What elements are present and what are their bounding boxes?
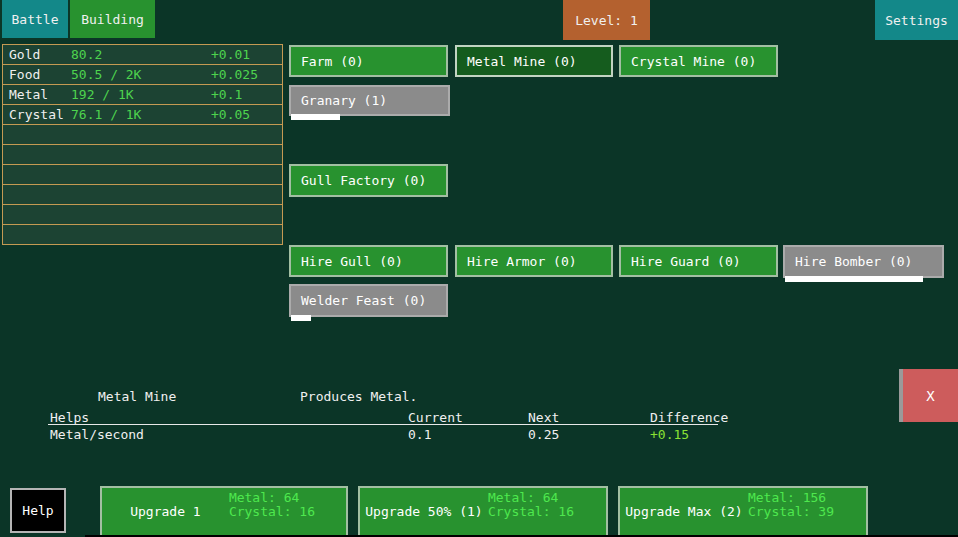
info-header-current: Current [408, 410, 463, 425]
crystal-cost: Crystal: 16 [229, 504, 315, 519]
hire-button-bomber[interactable]: Hire Bomber (0) [783, 245, 944, 278]
building-button-crystal-mine[interactable]: Crystal Mine (0) [619, 45, 778, 77]
info-header-underline [48, 424, 718, 425]
resource-table: Gold 80.2 +0.01 Food 50.5 / 2K +0.025 Me… [2, 44, 283, 245]
info-header-difference: Difference [650, 410, 728, 425]
hire-button-armor[interactable]: Hire Armor (0) [455, 245, 613, 277]
building-button-label: Metal Mine (0) [467, 54, 577, 69]
metal-cost: Metal: 64 [229, 490, 299, 505]
hire-button-label: Hire Gull (0) [301, 254, 403, 269]
resource-value: 50.5 / 2K [71, 67, 211, 82]
resource-value: 76.1 / 1K [71, 107, 211, 122]
resource-row-empty [3, 225, 282, 244]
tab-building[interactable]: Building [70, 0, 155, 38]
building-button-gull-factory[interactable]: Gull Factory (0) [289, 164, 448, 197]
welder-feast-progress-bar [291, 315, 311, 321]
resource-rate: +0.01 [211, 47, 250, 62]
resource-rate: +0.025 [211, 67, 258, 82]
upgrade-1-button[interactable]: Upgrade 1 Metal: 64 Crystal: 16 [100, 486, 348, 537]
metal-cost: Metal: 64 [488, 490, 558, 505]
upgrade-button-costs: Metal: 156 Crystal: 39 [748, 488, 834, 535]
upgrade-button-costs: Metal: 64 Crystal: 16 [488, 488, 574, 535]
close-button[interactable]: X [899, 369, 958, 422]
info-row-current: 0.1 [408, 427, 431, 442]
tab-battle[interactable]: Battle [2, 0, 68, 38]
resource-name: Gold [3, 47, 71, 62]
upgrade-button-label: Upgrade 1 [102, 488, 229, 535]
hire-button-guard[interactable]: Hire Guard (0) [619, 245, 778, 277]
help-button[interactable]: Help [10, 488, 66, 533]
resource-row-empty [3, 145, 282, 165]
hire-button-label: Hire Armor (0) [467, 254, 577, 269]
settings-label: Settings [885, 13, 948, 28]
resource-row-food: Food 50.5 / 2K +0.025 [3, 65, 282, 85]
resource-row-empty [3, 165, 282, 185]
info-row-difference: +0.15 [650, 427, 689, 442]
building-button-farm[interactable]: Farm (0) [289, 45, 448, 77]
resource-name: Metal [3, 87, 71, 102]
upgrade-50pct-button[interactable]: Upgrade 50% (1) Metal: 64 Crystal: 16 [358, 486, 608, 537]
resource-row-empty [3, 125, 282, 145]
info-panel-description: Produces Metal. [300, 389, 417, 404]
building-button-granary[interactable]: Granary (1) [289, 85, 450, 116]
upgrade-button-label: Upgrade 50% (1) [360, 488, 488, 535]
level-label: Level: 1 [575, 13, 638, 28]
tab-building-label: Building [81, 12, 144, 27]
level-indicator: Level: 1 [563, 0, 650, 40]
resource-row-empty [3, 205, 282, 225]
resource-name: Crystal [3, 107, 71, 122]
hire-button-label: Hire Bomber (0) [795, 254, 912, 269]
upgrade-button-costs: Metal: 64 Crystal: 16 [229, 488, 315, 535]
info-header-next: Next [528, 410, 559, 425]
building-button-metal-mine[interactable]: Metal Mine (0) [455, 45, 613, 77]
resource-row-crystal: Crystal 76.1 / 1K +0.05 [3, 105, 282, 125]
resource-rate: +0.1 [211, 87, 242, 102]
info-panel-title: Metal Mine [98, 389, 176, 404]
building-button-label: Crystal Mine (0) [631, 54, 756, 69]
settings-button[interactable]: Settings [875, 0, 958, 40]
hire-button-label: Hire Guard (0) [631, 254, 741, 269]
help-button-label: Help [22, 503, 53, 518]
resource-name: Food [3, 67, 71, 82]
building-button-label: Granary (1) [301, 93, 387, 108]
info-row-next: 0.25 [528, 427, 559, 442]
bomber-progress-bar [785, 276, 923, 282]
granary-progress-bar [291, 114, 340, 120]
hire-button-gull[interactable]: Hire Gull (0) [289, 245, 448, 277]
crystal-cost: Crystal: 39 [748, 504, 834, 519]
metal-cost: Metal: 156 [748, 490, 826, 505]
tab-battle-label: Battle [12, 12, 59, 27]
upgrade-max-button[interactable]: Upgrade Max (2) Metal: 156 Crystal: 39 [618, 486, 868, 537]
close-icon: X [926, 388, 934, 404]
resource-row-empty [3, 185, 282, 205]
resource-rate: +0.05 [211, 107, 250, 122]
crystal-cost: Crystal: 16 [488, 504, 574, 519]
resource-row-gold: Gold 80.2 +0.01 [3, 45, 282, 65]
resource-value: 192 / 1K [71, 87, 211, 102]
building-button-label: Gull Factory (0) [301, 173, 426, 188]
resource-row-metal: Metal 192 / 1K +0.1 [3, 85, 282, 105]
button-welder-feast[interactable]: Welder Feast (0) [289, 284, 448, 317]
resource-value: 80.2 [71, 47, 211, 62]
info-row-name: Metal/second [50, 427, 144, 442]
info-header-helps: Helps [50, 410, 89, 425]
button-welder-feast-label: Welder Feast (0) [301, 293, 426, 308]
building-button-label: Farm (0) [301, 54, 364, 69]
upgrade-button-label: Upgrade Max (2) [620, 488, 748, 535]
